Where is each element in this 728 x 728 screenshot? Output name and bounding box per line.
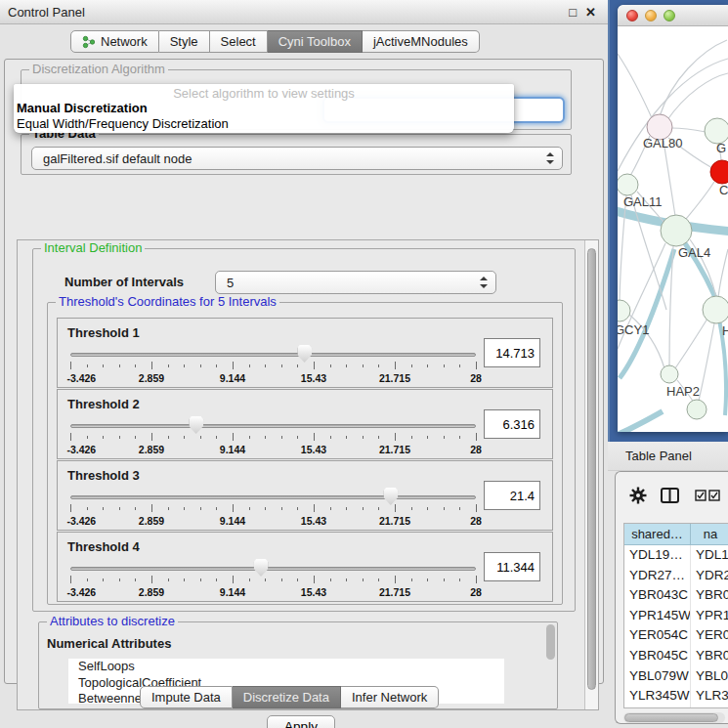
threshold-value-input[interactable] — [484, 481, 540, 510]
slider-tick — [330, 578, 331, 581]
select-columns-icon[interactable] — [695, 490, 720, 501]
table-row[interactable]: YBR043C YBR0 — [624, 585, 728, 606]
vertical-scrollbar[interactable] — [584, 240, 598, 709]
split-columns-icon[interactable] — [661, 488, 679, 503]
table-data-select[interactable]: galFiltered.sif default node — [31, 147, 563, 170]
number-of-intervals-select[interactable]: 5 — [215, 271, 496, 294]
slider-tick-label: -3.426 — [66, 372, 96, 384]
mac-zoom-icon[interactable] — [664, 10, 675, 21]
slider-tick — [200, 436, 201, 439]
slider-tick — [281, 364, 282, 367]
slider-tick — [281, 507, 282, 510]
slider-tick — [314, 433, 315, 441]
attributes-list-scrollbar[interactable] — [546, 624, 555, 660]
slider-tick — [103, 436, 104, 439]
threshold-value-input[interactable] — [484, 409, 540, 439]
table-row[interactable]: YLR345W YLR3 — [624, 686, 728, 707]
slider-thumb-icon[interactable] — [383, 488, 398, 505]
slider-thumb-icon[interactable] — [297, 345, 312, 363]
threshold-coordinates-group: Threshold's Coordinates for 5 Intervals … — [47, 302, 563, 605]
tab-infer-network[interactable]: Infer Network — [341, 686, 439, 708]
tab-style-label: Style — [170, 34, 198, 49]
slider-tick — [459, 436, 460, 439]
network-node-gal11[interactable] — [618, 174, 638, 195]
mac-minimize-icon[interactable] — [645, 10, 657, 21]
threshold-label: Threshold 2 — [67, 397, 140, 411]
slider-tick-label: 28 — [470, 444, 482, 455]
vertical-scrollbar-thumb[interactable] — [587, 248, 596, 690]
numerical-attribute-item[interactable]: SelfLoops — [68, 659, 504, 675]
network-node-h[interactable] — [703, 296, 728, 323]
slider-tick-label: 2.859 — [139, 444, 164, 455]
gear-icon[interactable] — [629, 487, 647, 504]
close-window-icon[interactable]: ✕ — [585, 6, 596, 19]
table-horizontal-scrollbar-thumb[interactable] — [624, 713, 718, 722]
threshold-value-input[interactable] — [484, 552, 540, 581]
slider-tick — [395, 576, 396, 583]
threshold-slider[interactable]: -3.4262.8599.14415.4321.71528 — [70, 350, 476, 383]
threshold-slider[interactable]: -3.4262.8599.14415.4321.71528 — [70, 492, 476, 526]
network-node[interactable] — [687, 400, 707, 419]
threshold-value-input[interactable] — [484, 338, 540, 367]
slider-tick — [87, 364, 88, 367]
slider-tick-label: 9.144 — [220, 444, 245, 455]
slider-tick-label: 15.43 — [301, 372, 326, 384]
tab-network[interactable]: Network — [70, 30, 159, 53]
table-row[interactable]: YBR045C YBR0 — [624, 646, 728, 666]
tab-style[interactable]: Style — [159, 30, 210, 53]
slider-tick — [378, 436, 379, 439]
interval-definition-group: Interval Definition Number of Intervals … — [32, 248, 576, 612]
float-window-icon[interactable]: □ — [569, 6, 577, 19]
slider-tick — [184, 364, 185, 367]
network-nodes[interactable] — [618, 114, 728, 419]
column-header-shared-name[interactable]: shared… — [624, 524, 691, 545]
tab-discretize-data[interactable]: Discretize Data — [233, 686, 341, 708]
slider-thumb-icon[interactable] — [254, 559, 269, 577]
algorithm-option-equal-width[interactable]: Equal Width/Frequency Discretization — [14, 116, 514, 132]
table-row[interactable]: YDR27… YDR2 — [624, 566, 728, 586]
table-row[interactable]: YER054C YER0 — [624, 625, 728, 646]
slider-tick — [330, 507, 331, 510]
cell-name: YIL0 — [691, 707, 728, 708]
tab-jactivemnodules[interactable]: jActiveMNodules — [363, 30, 480, 53]
slider-tick — [378, 507, 379, 510]
slider-tick — [151, 433, 152, 441]
mac-close-icon[interactable] — [626, 10, 638, 21]
numerical-attributes-label: Numerical Attributes — [47, 636, 171, 651]
slider-thumb-icon[interactable] — [189, 416, 203, 434]
network-node-gal4[interactable] — [661, 215, 692, 246]
tab-cyni-toolbox[interactable]: Cyni Toolbox — [268, 30, 363, 53]
stepper-arrows-icon — [546, 152, 554, 164]
tab-select[interactable]: Select — [210, 30, 268, 53]
tab-impute-data[interactable]: Impute Data — [140, 686, 233, 708]
slider-track[interactable] — [70, 424, 476, 428]
slider-tick — [87, 507, 88, 510]
slider-tick — [119, 578, 120, 581]
network-node-c[interactable] — [710, 160, 728, 184]
control-panel-titlebar: Control Panel □ ✕ — [0, 0, 608, 24]
table-row[interactable]: YIL052C YIL0 — [624, 707, 728, 708]
network-node-gcy1[interactable] — [618, 300, 630, 321]
slider-tick — [378, 364, 379, 367]
node-attribute-table[interactable]: shared… na YDL19… YDL1YDR27… YDR2YBR043C… — [623, 523, 728, 708]
apply-button[interactable]: Apply — [267, 715, 335, 728]
threshold-slider[interactable]: -3.4262.8599.14415.4321.71528 — [70, 421, 476, 454]
network-node-hap2[interactable] — [661, 365, 678, 383]
threshold-slider[interactable]: -3.4262.8599.14415.4321.71528 — [70, 564, 476, 597]
column-header-name[interactable]: na — [691, 524, 728, 545]
table-horizontal-scrollbar[interactable] — [623, 712, 725, 723]
table-data-selected-value: galFiltered.sif default node — [43, 151, 192, 166]
slider-tick — [70, 362, 71, 369]
table-row[interactable]: YDL19… YDL1 — [624, 545, 728, 566]
cell-shared-name: YLR345W — [624, 686, 691, 707]
network-canvas[interactable]: GAL80GCGAL11GAL4GCY1HHAP2 — [618, 26, 728, 432]
cyni-toolbox-panel: Discretization Algorithm Table Data galF… — [4, 59, 604, 684]
slider-track[interactable] — [70, 353, 476, 357]
slider-track[interactable] — [70, 495, 476, 499]
table-row[interactable]: YPR145W YPR1 — [624, 606, 728, 626]
algorithm-option-manual[interactable]: Manual Discretization — [14, 101, 514, 116]
slider-track[interactable] — [70, 567, 476, 571]
slider-tick — [427, 578, 428, 581]
table-row[interactable]: YBL079W YBL0 — [624, 666, 728, 687]
slider-tick — [168, 507, 169, 510]
